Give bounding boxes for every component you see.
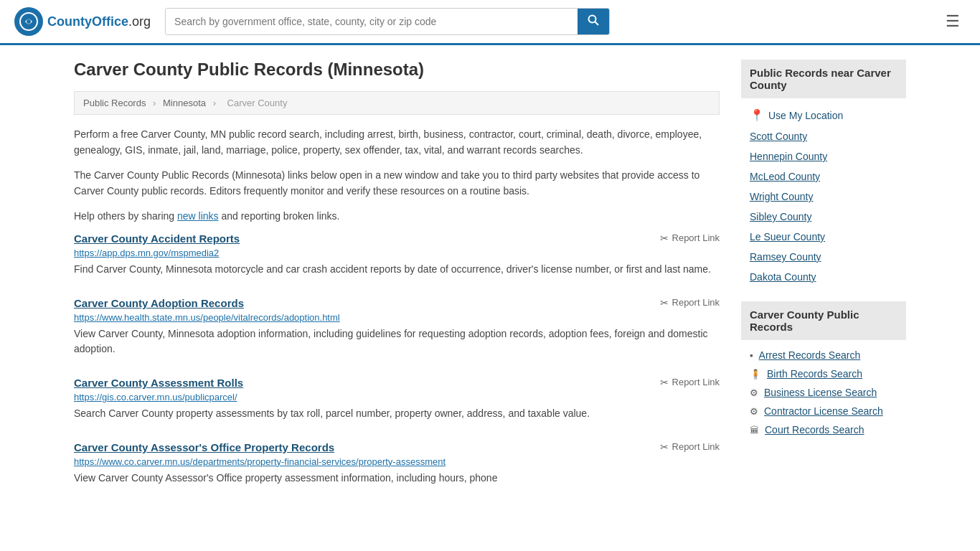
nearby-county-link-2[interactable]: McLeod County — [750, 171, 820, 182]
nearby-county-link-7[interactable]: Dakota County — [750, 271, 816, 283]
sidebar-record-item-4: 🏛 Court Records Search — [741, 420, 906, 439]
location-pin-icon: 📍 — [750, 108, 764, 122]
breadcrumb-public-records[interactable]: Public Records — [83, 98, 146, 108]
header: CountyOffice.org ☰ — [0, 0, 980, 45]
record-header-2: Carver County Assessment Rolls ✂ Report … — [74, 377, 720, 389]
use-my-location[interactable]: 📍 Use My Location — [741, 104, 906, 126]
logo-icon — [14, 7, 43, 36]
svg-line-3 — [595, 22, 599, 26]
main-container: Carver County Public Records (Minnesota)… — [60, 45, 920, 520]
breadcrumb-carver-county: Carver County — [227, 98, 288, 108]
sidebar-record-item-1: 🧍 Birth Records Search — [741, 364, 906, 383]
nearby-counties-list: Scott CountyHennepin CountyMcLeod County… — [741, 126, 906, 287]
report-link-icon-2: ✂ — [660, 377, 669, 388]
sidebar: Public Records near Carver County 📍 Use … — [741, 60, 906, 506]
sidebar-record-links: ▪ Arrest Records Search 🧍 Birth Records … — [741, 346, 906, 439]
sidebar-record-icon-2: ⚙ — [750, 387, 758, 398]
sidebar-record-link-3[interactable]: Contractor License Search — [764, 405, 883, 417]
record-title-1[interactable]: Carver County Adoption Records — [74, 297, 244, 309]
new-links-link[interactable]: new links — [177, 210, 219, 222]
record-header-3: Carver County Assessor's Office Property… — [74, 441, 720, 453]
report-link-1[interactable]: ✂ Report Link — [660, 297, 720, 309]
record-header-1: Carver County Adoption Records ✂ Report … — [74, 297, 720, 309]
sidebar-record-link-4[interactable]: Court Records Search — [765, 424, 864, 435]
svg-point-1 — [27, 19, 31, 24]
content-area: Carver County Public Records (Minnesota)… — [74, 60, 720, 506]
logo-text: CountyOffice.org — [47, 14, 151, 29]
sidebar-nearby-section: Public Records near Carver County 📍 Use … — [741, 60, 906, 287]
record-entry-0: Carver County Accident Reports ✂ Report … — [74, 232, 720, 280]
nearby-county-link-5[interactable]: Le Sueur County — [750, 231, 825, 242]
nearby-county-link-0[interactable]: Scott County — [750, 131, 807, 142]
breadcrumb: Public Records › Minnesota › Carver Coun… — [74, 91, 720, 115]
record-title-2[interactable]: Carver County Assessment Rolls — [74, 377, 243, 389]
record-url-0[interactable]: https://app.dps.mn.gov/mspmedia2 — [74, 248, 720, 258]
nearby-county-link-3[interactable]: Wright County — [750, 191, 813, 202]
nearby-county-1: Hennepin County — [741, 146, 906, 166]
intro-paragraph-3: Help others by sharing new links and rep… — [74, 208, 720, 224]
sidebar-record-link-2[interactable]: Business License Search — [764, 387, 877, 398]
header-right: ☰ — [940, 9, 966, 34]
report-link-icon-3: ✂ — [660, 441, 669, 453]
record-url-2[interactable]: https://gis.co.carver.mn.us/publicparcel… — [74, 392, 720, 402]
sidebar-records-section: Carver County Public Records ▪ Arrest Re… — [741, 301, 906, 439]
search-bar — [165, 8, 610, 35]
nearby-county-4: Sibley County — [741, 207, 906, 227]
logo[interactable]: CountyOffice.org — [14, 7, 151, 36]
intro-paragraph-2: The Carver County Public Records (Minnes… — [74, 167, 720, 199]
records-list: Carver County Accident Reports ✂ Report … — [74, 232, 720, 489]
sidebar-nearby-header: Public Records near Carver County — [741, 60, 906, 98]
record-desc-1: View Carver County, Minnesota adoption i… — [74, 326, 720, 357]
record-entry-1: Carver County Adoption Records ✂ Report … — [74, 297, 720, 359]
page-title: Carver County Public Records (Minnesota) — [74, 60, 720, 80]
record-url-3[interactable]: https://www.co.carver.mn.us/departments/… — [74, 456, 720, 467]
sidebar-record-item-3: ⚙ Contractor License Search — [741, 402, 906, 420]
sidebar-record-link-0[interactable]: Arrest Records Search — [759, 349, 861, 361]
record-desc-3: View Carver County Assessor's Office pro… — [74, 471, 720, 486]
record-desc-0: Find Carver County, Minnesota motorcycle… — [74, 262, 720, 277]
record-header-0: Carver County Accident Reports ✂ Report … — [74, 232, 720, 245]
sidebar-record-icon-3: ⚙ — [750, 406, 758, 417]
report-link-2[interactable]: ✂ Report Link — [660, 377, 720, 388]
nearby-county-link-4[interactable]: Sibley County — [750, 211, 811, 222]
sidebar-record-item-2: ⚙ Business License Search — [741, 383, 906, 402]
intro-paragraph-1: Perform a free Carver County, MN public … — [74, 126, 720, 159]
sidebar-record-icon-4: 🏛 — [750, 425, 759, 435]
sidebar-record-icon-1: 🧍 — [750, 369, 761, 380]
report-link-3[interactable]: ✂ Report Link — [660, 441, 720, 453]
nearby-county-6: Ramsey County — [741, 247, 906, 267]
menu-button[interactable]: ☰ — [940, 9, 966, 34]
nearby-county-3: Wright County — [741, 187, 906, 207]
report-link-icon-0: ✂ — [660, 232, 669, 244]
nearby-county-link-6[interactable]: Ramsey County — [750, 251, 821, 263]
nearby-county-5: Le Sueur County — [741, 227, 906, 247]
search-input[interactable] — [166, 9, 578, 34]
record-desc-2: Search Carver County property assessment… — [74, 406, 720, 421]
nearby-county-link-1[interactable]: Hennepin County — [750, 151, 827, 162]
record-title-0[interactable]: Carver County Accident Reports — [74, 232, 240, 245]
sidebar-record-item-0: ▪ Arrest Records Search — [741, 346, 906, 364]
sidebar-record-icon-0: ▪ — [750, 350, 753, 361]
record-title-3[interactable]: Carver County Assessor's Office Property… — [74, 441, 334, 453]
nearby-county-0: Scott County — [741, 126, 906, 146]
sidebar-record-link-1[interactable]: Birth Records Search — [767, 368, 862, 380]
nearby-county-2: McLeod County — [741, 166, 906, 187]
report-link-0[interactable]: ✂ Report Link — [660, 232, 720, 244]
record-entry-2: Carver County Assessment Rolls ✂ Report … — [74, 377, 720, 424]
svg-point-2 — [589, 16, 596, 23]
sidebar-records-header: Carver County Public Records — [741, 301, 906, 340]
record-entry-3: Carver County Assessor's Office Property… — [74, 441, 720, 489]
breadcrumb-minnesota[interactable]: Minnesota — [163, 98, 206, 108]
report-link-icon-1: ✂ — [660, 297, 669, 309]
nearby-county-7: Dakota County — [741, 267, 906, 287]
search-button[interactable] — [578, 9, 609, 34]
record-url-1[interactable]: https://www.health.state.mn.us/people/vi… — [74, 312, 720, 323]
